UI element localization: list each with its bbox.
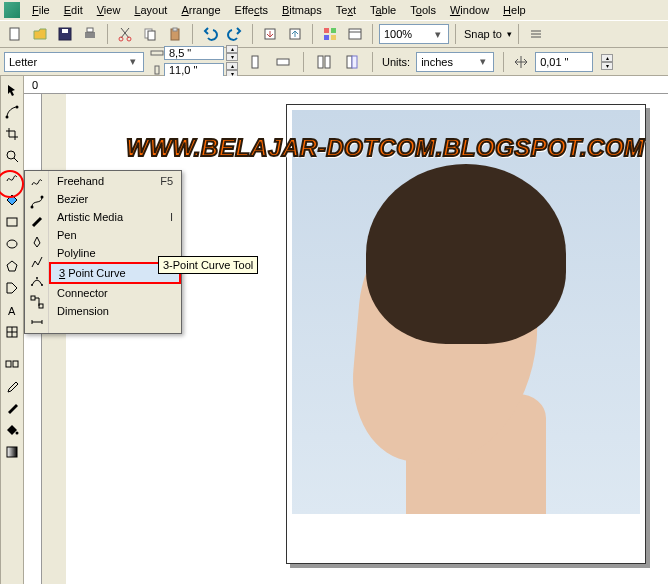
menu-bar: File Edit View Layout Arrange Effects Bi…: [0, 0, 668, 20]
interactive-blend-tool[interactable]: [2, 354, 22, 374]
polygon-tool[interactable]: [2, 256, 22, 276]
canvas[interactable]: WWW.BELAJAR-DOTCOM.BLOGSPOT.COM: [66, 94, 668, 584]
flyout-bezier[interactable]: Bezier: [49, 190, 181, 208]
welcome-button[interactable]: [344, 23, 366, 45]
flyout-pen[interactable]: Pen: [49, 226, 181, 244]
menu-text[interactable]: Text: [330, 2, 362, 18]
flyout-connector[interactable]: Connector: [49, 284, 181, 302]
smart-fill-tool[interactable]: [2, 190, 22, 210]
options-button[interactable]: [525, 23, 547, 45]
freehand-tool[interactable]: [2, 168, 22, 188]
eyedropper-tool[interactable]: [2, 376, 22, 396]
menu-arrange[interactable]: Arrange: [175, 2, 226, 18]
svg-rect-14: [331, 28, 336, 33]
3point-curve-icon: [28, 273, 46, 291]
ellipse-tool[interactable]: [2, 234, 22, 254]
menu-tools[interactable]: Tools: [404, 2, 442, 18]
svg-point-35: [16, 432, 19, 435]
svg-point-28: [7, 151, 15, 159]
menu-file[interactable]: File: [26, 2, 56, 18]
app-launcher-button[interactable]: [319, 23, 341, 45]
svg-rect-10: [173, 28, 177, 31]
svg-point-38: [40, 196, 43, 199]
curve-tools-flyout: FreehandF5 Bezier Artistic MediaI Pen Po…: [24, 170, 182, 334]
units-combo[interactable]: inches ▾: [416, 52, 494, 72]
height-icon: [150, 65, 164, 75]
current-page-button[interactable]: [341, 51, 363, 73]
new-button[interactable]: [4, 23, 26, 45]
copy-button[interactable]: [139, 23, 161, 45]
menu-effects[interactable]: Effects: [229, 2, 274, 18]
page-width[interactable]: 8,5 ": [169, 47, 191, 59]
property-bar: Letter ▾ 8,5 " ▴▾ 11,0 " ▴▾ Units: inche…: [0, 48, 668, 76]
import-button[interactable]: [259, 23, 281, 45]
svg-text:A: A: [8, 305, 16, 317]
standard-toolbar: 100% ▾ Snap to ▾: [0, 20, 668, 48]
rectangle-tool[interactable]: [2, 212, 22, 232]
flyout-dimension[interactable]: Dimension: [49, 302, 181, 320]
shape-tool[interactable]: [2, 102, 22, 122]
zoom-value: 100%: [384, 28, 412, 40]
svg-rect-8: [148, 31, 155, 40]
outline-tool[interactable]: [2, 398, 22, 418]
table-tool[interactable]: [2, 322, 22, 342]
svg-rect-0: [10, 28, 19, 40]
open-button[interactable]: [29, 23, 51, 45]
all-pages-button[interactable]: [313, 51, 335, 73]
menu-help[interactable]: Help: [497, 2, 532, 18]
svg-point-39: [31, 284, 33, 286]
nudge-icon: [513, 54, 529, 70]
nudge-value[interactable]: 0,01 ": [540, 56, 568, 68]
svg-point-27: [16, 106, 19, 109]
menu-table[interactable]: Table: [364, 2, 402, 18]
dimension-icon: [28, 313, 46, 331]
portrait-button[interactable]: [244, 51, 266, 73]
vertical-ruler[interactable]: [24, 94, 42, 584]
cut-button[interactable]: [114, 23, 136, 45]
flyout-list: FreehandF5 Bezier Artistic MediaI Pen Po…: [49, 171, 181, 333]
save-button[interactable]: [54, 23, 76, 45]
paste-button[interactable]: [164, 23, 186, 45]
basic-shapes-tool[interactable]: [2, 278, 22, 298]
flyout-artistic-media[interactable]: Artistic MediaI: [49, 208, 181, 226]
pick-tool[interactable]: [2, 80, 22, 100]
svg-rect-17: [349, 29, 361, 39]
menu-window[interactable]: Window: [444, 2, 495, 18]
svg-rect-21: [277, 59, 289, 65]
menu-edit[interactable]: Edit: [58, 2, 89, 18]
freehand-icon: [28, 173, 46, 191]
svg-rect-22: [318, 56, 323, 68]
redo-button[interactable]: [224, 23, 246, 45]
landscape-button[interactable]: [272, 51, 294, 73]
export-button[interactable]: [284, 23, 306, 45]
zoom-tool[interactable]: [2, 146, 22, 166]
page-preset-combo[interactable]: Letter ▾: [4, 52, 144, 72]
artistic-media-icon: [28, 213, 46, 231]
flyout-freehand[interactable]: FreehandF5: [49, 172, 181, 190]
svg-rect-34: [13, 361, 18, 367]
watermark-text: WWW.BELAJAR-DOTCOM.BLOGSPOT.COM: [126, 134, 645, 162]
undo-button[interactable]: [199, 23, 221, 45]
svg-rect-33: [6, 361, 11, 367]
zoom-combo[interactable]: 100% ▾: [379, 24, 449, 44]
menu-bitmaps[interactable]: Bitmaps: [276, 2, 328, 18]
interactive-fill-tool[interactable]: [2, 442, 22, 462]
horizontal-ruler[interactable]: 0: [24, 76, 668, 94]
snap-label[interactable]: Snap to: [462, 28, 504, 40]
menu-view[interactable]: View: [91, 2, 127, 18]
menu-layout[interactable]: Layout: [128, 2, 173, 18]
svg-rect-13: [324, 28, 329, 33]
text-tool[interactable]: A: [2, 300, 22, 320]
crop-tool[interactable]: [2, 124, 22, 144]
svg-rect-2: [62, 29, 68, 33]
svg-rect-23: [325, 56, 330, 68]
app-icon: [4, 2, 20, 18]
placed-image[interactable]: [292, 110, 640, 514]
svg-rect-24: [347, 56, 352, 68]
fill-tool[interactable]: [2, 420, 22, 440]
work-area: A 0 WWW.BELAJAR-DOTCOM.BLOGSPOT.COM: [0, 76, 668, 584]
print-button[interactable]: [79, 23, 101, 45]
connector-icon: [28, 293, 46, 311]
svg-point-26: [6, 116, 9, 119]
page-height[interactable]: 11,0 ": [169, 64, 197, 76]
